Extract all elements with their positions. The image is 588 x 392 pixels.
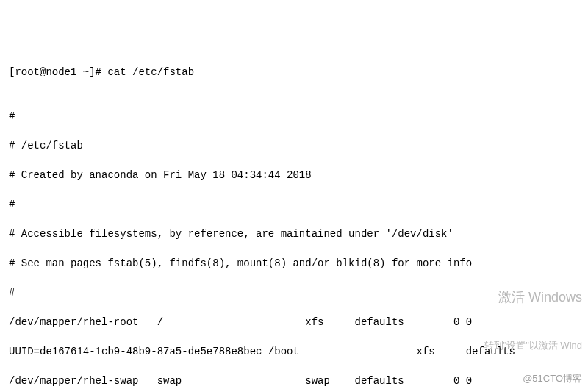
comment-access: # Accessible filesystems, by reference, …	[9, 227, 579, 241]
fstab-boot: UUID=de167614-1cb9-48b9-87a5-de5e788e8be…	[9, 344, 579, 359]
comment-created: # Created by anaconda on Fri May 18 04:3…	[9, 168, 579, 182]
comment-hash: #	[9, 285, 579, 300]
fstab-swap: /dev/mapper/rhel-swap swap swap defaults…	[9, 374, 579, 388]
shell-prompt: [root@node1 ~]#	[9, 66, 107, 78]
comment-hash: #	[9, 197, 579, 212]
command-cat: cat /etc/fstab	[107, 66, 194, 78]
comment-fstab: # /etc/fstab	[9, 138, 579, 153]
comment-hash: #	[9, 109, 579, 124]
fstab-root: /dev/mapper/rhel-root / xfs defaults 0 0	[9, 315, 579, 329]
comment-man: # See man pages fstab(5), findfs(8), mou…	[9, 256, 579, 271]
prompt-line: [root@node1 ~]# cat /etc/fstab	[9, 65, 579, 79]
